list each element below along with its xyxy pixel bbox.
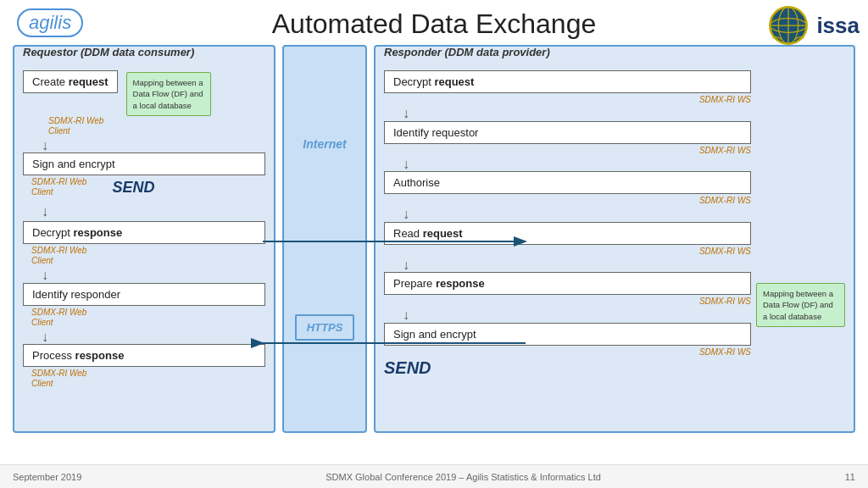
footer: September 2019 SDMX Global Conference 20… [0,464,868,488]
send-label-left: SEND [112,179,154,197]
logo-issa: issa [767,4,860,47]
read-request-item: Read request SDMX-RI WS [384,222,751,256]
right-panel: Responder (DDM data provider) Decrypt re… [374,45,855,433]
decrypt-response-box: Decrypt response [23,221,265,244]
sign-encrypt-box: Sign and encrypt [23,152,265,175]
sdmx-left-5: SDMX-RI WebClient [31,369,265,389]
decrypt-response-item: Decrypt response SDMX-RI WebClient [23,221,265,266]
footer-right: 11 [845,472,855,482]
mapping-box-left: Mapping between aData Flow (DF) anda loc… [126,72,211,116]
read-request-box: Read request [384,222,751,245]
identify-responder-box: Identify responder [23,283,265,306]
identify-requestor-box: Identify requestor [384,121,751,144]
internet-label: Internet [303,137,346,151]
issa-logo-text: issa [816,13,860,39]
agilis-logo-text: agilis [17,8,83,37]
prepare-response-box: Prepare response [384,272,751,295]
sdmx-left-3: SDMX-RI WebClient [31,246,265,266]
sign-encrypt-right-item: Sign and encrypt SDMX-RI WS [384,323,751,357]
left-panel-label: Requestor (DDM data consumer) [23,46,194,58]
identify-requestor-item: Identify requestor SDMX-RI WS [384,121,751,155]
sign-encrypt-item: Sign and encrypt SDMX-RI WebClient SEND [23,152,265,197]
sdmx-left-1: SDMX-RI WebClient [48,116,103,136]
sdmx-right-6: SDMX-RI WS [392,347,751,357]
footer-left: September 2019 [13,472,81,482]
sdmx-left-2: SDMX-RI WebClient [31,177,86,197]
left-panel: Requestor (DDM data consumer) Create req… [13,45,275,433]
create-request-box: Create request [23,70,118,93]
page-title: Automated Data Exchange [272,8,596,40]
https-box: HTTPS [295,314,355,341]
globe-icon [767,4,810,47]
sdmx-right-5: SDMX-RI WS [392,297,751,306]
process-response-item: Process response SDMX-RI WebClient [23,344,265,389]
logo-agilis: agilis [17,8,83,37]
process-response-box: Process response [23,344,265,367]
decrypt-request-box: Decrypt request [384,70,751,93]
right-panel-label: Responder (DDM data provider) [384,46,550,58]
identify-responder-item: Identify responder SDMX-RI WebClient [23,283,265,328]
sdmx-right-1: SDMX-RI WS [392,95,751,104]
internet-panel: Internet HTTPS [282,45,367,433]
authorise-item: Authorise SDMX-RI WS [384,171,751,205]
authorise-box: Authorise [384,171,751,194]
sign-encrypt-right-box: Sign and encrypt [384,323,751,346]
right-flow-column: Decrypt request SDMX-RI WS ↓ Identify re… [384,70,751,378]
header: agilis Automated Data Exchange issa [0,0,868,43]
footer-center: SDMX Global Conference 2019 – Agilis Sta… [326,472,601,482]
mapping-box-right: Mapping between aData Flow (DF) anda loc… [756,283,845,327]
send-label-right: SEND [384,358,431,377]
sdmx-right-4: SDMX-RI WS [392,247,751,256]
sdmx-right-2: SDMX-RI WS [392,146,751,155]
sdmx-right-3: SDMX-RI WS [392,196,751,205]
mapping-box-right-container: Mapping between aData Flow (DF) anda loc… [756,70,845,378]
create-request-item: Create request Mapping between aData Flo… [23,70,265,136]
diagram-area: Requestor (DDM data consumer) Create req… [0,43,868,433]
prepare-response-item: Prepare response SDMX-RI WS [384,272,751,306]
decrypt-request-item: Decrypt request SDMX-RI WS [384,70,751,104]
sdmx-left-4: SDMX-RI WebClient [31,308,265,328]
